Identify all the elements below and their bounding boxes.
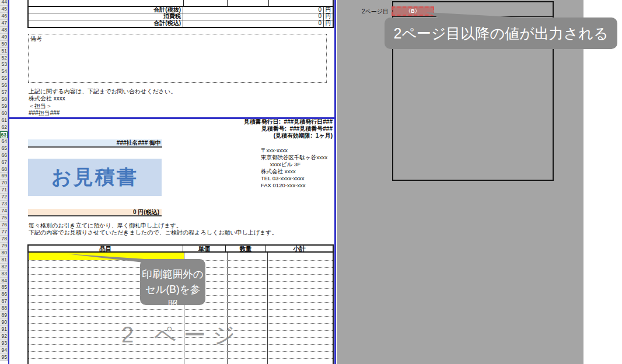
- callout-right[interactable]: 2ページ目以降の値が出力される: [385, 18, 617, 49]
- quotation-title: お見積書: [51, 164, 138, 191]
- doc-meta-block[interactable]: 見積書発行日: ###見積発行日###見積番号: ###見積番号###(見積有効…: [169, 118, 333, 139]
- summary-label: 消費税: [29, 13, 183, 19]
- print-area-left-border[interactable]: [8, 0, 9, 364]
- row-header-94[interactable]: 94: [0, 347, 8, 354]
- summary-unit: 円: [323, 13, 333, 19]
- row-header-65[interactable]: 65: [0, 145, 8, 152]
- page-break-line[interactable]: [8, 117, 336, 119]
- row-header-58[interactable]: 58: [0, 96, 8, 103]
- text-line: 株式会社 xxxx: [261, 168, 327, 175]
- row-header-86[interactable]: 86: [0, 291, 8, 298]
- row-header-92[interactable]: 92: [0, 333, 8, 340]
- row-grid-line: [29, 316, 333, 317]
- row-header-67[interactable]: 67: [0, 159, 8, 166]
- row-header-74[interactable]: 74: [0, 208, 8, 215]
- column-header-1: 単価: [183, 246, 226, 251]
- total-amount-cell[interactable]: 0 円(税込): [28, 209, 162, 216]
- spreadsheet-stage: 4445464748495051525354555657585960616263…: [0, 0, 622, 364]
- row-header-87[interactable]: 87: [0, 298, 8, 305]
- row-header-51[interactable]: 51: [0, 48, 8, 55]
- row-header-47[interactable]: 47: [0, 20, 8, 27]
- row-header-column[interactable]: 4445464748495051525354555657585960616263…: [0, 0, 8, 361]
- row-header-64[interactable]: 64: [0, 138, 8, 145]
- row-header-62[interactable]: 62: [0, 124, 8, 131]
- row-header-45[interactable]: 45: [0, 6, 8, 13]
- row-header-70[interactable]: 70: [0, 180, 8, 187]
- page-number-watermark: 2 ページ: [121, 320, 242, 350]
- row-header-89[interactable]: 89: [0, 312, 8, 319]
- referenced-cell-B[interactable]: 〈B〉: [392, 6, 434, 16]
- quotation-title-box[interactable]: お見積書: [28, 159, 162, 196]
- row-header-72[interactable]: 72: [0, 194, 8, 201]
- row-header-93[interactable]: 93: [0, 340, 8, 347]
- row-header-57[interactable]: 57: [0, 89, 8, 96]
- summary-row-2[interactable]: 合計(税込)0円: [29, 20, 333, 27]
- text-line: xxxxビル 3F: [261, 161, 327, 168]
- summary-table[interactable]: 合計(税抜)0円消費税0円合計(税込)0円: [27, 6, 334, 28]
- summary-value: 0: [183, 20, 323, 27]
- remarks-box[interactable]: 備考: [28, 34, 327, 83]
- summary-row-1[interactable]: 消費税0円: [29, 13, 333, 20]
- summary-value: 0: [183, 13, 323, 19]
- row-header-59[interactable]: 59: [0, 103, 8, 110]
- summary-unit: 円: [323, 7, 333, 13]
- row-header-79[interactable]: 79: [0, 243, 8, 250]
- row-grid-line: [29, 351, 333, 352]
- row-header-80[interactable]: 80: [0, 250, 8, 257]
- row-header-76[interactable]: 76: [0, 222, 8, 229]
- text-line: ###担当###: [29, 110, 176, 117]
- row-header-55[interactable]: 55: [0, 75, 8, 82]
- row-header-68[interactable]: 68: [0, 166, 8, 173]
- row-header-66[interactable]: 66: [0, 152, 8, 159]
- summary-value: 0: [183, 7, 323, 13]
- text-line: (見積有効期限: 1ヶ月): [169, 132, 333, 139]
- print-area-right-border[interactable]: [334, 0, 336, 364]
- row-header-91[interactable]: 91: [0, 326, 8, 333]
- row-header-77[interactable]: 77: [0, 229, 8, 236]
- outside-range-row-border: [392, 16, 554, 17]
- row-header-53[interactable]: 53: [0, 61, 8, 68]
- row-header-48[interactable]: 48: [0, 27, 8, 34]
- row-header-52[interactable]: 52: [0, 55, 8, 62]
- row-header-44[interactable]: 44: [0, 0, 8, 6]
- row-header-78[interactable]: 78: [0, 236, 8, 243]
- row-header-71[interactable]: 71: [0, 187, 8, 194]
- text-line: 東京都渋谷区千駄ヶ谷xxxx: [261, 154, 327, 161]
- callout-left[interactable]: 印刷範囲外のセル(B)を参照: [140, 259, 205, 305]
- row-header-54[interactable]: 54: [0, 68, 8, 75]
- row-header-61[interactable]: 61: [0, 117, 8, 124]
- row-header-95[interactable]: 95: [0, 354, 8, 361]
- row-header-49[interactable]: 49: [0, 34, 8, 41]
- row-header-60[interactable]: 60: [0, 110, 8, 117]
- row-header-73[interactable]: 73: [0, 201, 8, 208]
- row-header-88[interactable]: 88: [0, 305, 8, 312]
- summary-unit: 円: [323, 20, 333, 27]
- row-header-69[interactable]: 69: [0, 173, 8, 180]
- contact-block[interactable]: 上記に関する内容は、下記までお問い合わせください。株式会社 xxxx＜担当＞##…: [29, 88, 176, 117]
- row-header-56[interactable]: 56: [0, 82, 8, 89]
- row-header-82[interactable]: 82: [0, 264, 8, 271]
- row-grid-line: [29, 358, 333, 359]
- sender-address-block[interactable]: 〒xxx-xxxx東京都渋谷区千駄ヶ谷xxxx xxxxビル 3F株式会社 xx…: [261, 147, 327, 189]
- row-header-63[interactable]: 63: [0, 131, 8, 138]
- row-header-46[interactable]: 46: [0, 13, 8, 20]
- row-header-83[interactable]: 83: [0, 271, 8, 278]
- row-header-90[interactable]: 90: [0, 319, 8, 326]
- offcanvas-white-area: [583, 0, 622, 364]
- row-header-85[interactable]: 85: [0, 284, 8, 291]
- text-line: TEL 03-xxxx-xxxx: [261, 175, 327, 182]
- row-header-75[interactable]: 75: [0, 215, 8, 222]
- column-header-3: 小計: [266, 246, 333, 251]
- row-header-50[interactable]: 50: [0, 41, 8, 48]
- row-header-81[interactable]: 81: [0, 257, 8, 264]
- summary-label: 合計(税抜): [29, 7, 183, 13]
- recipient-cell[interactable]: ###社名### 御中: [28, 139, 162, 148]
- remarks-label: 備考: [30, 36, 42, 42]
- greeting-block: 毎々格別のお引き立てに預かり、厚く御礼申し上げます。下記の内容でお見積りさせてい…: [29, 222, 278, 237]
- row-header-84[interactable]: 84: [0, 278, 8, 285]
- items-header-row[interactable]: 品目単価数量小計: [27, 244, 334, 253]
- page2-label: 2ページ目: [348, 8, 389, 16]
- column-border: [267, 253, 268, 364]
- text-line: ＜担当＞: [29, 103, 176, 110]
- text-line: 見積番号: ###見積番号###: [169, 125, 333, 132]
